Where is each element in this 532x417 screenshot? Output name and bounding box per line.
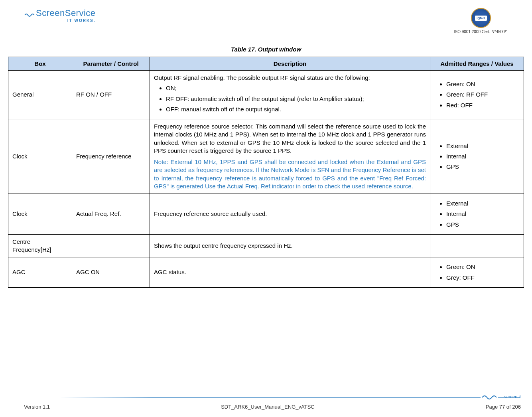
table-row: General RF ON / OFF Output RF signal ena… — [8, 71, 524, 119]
table-row: Clock Actual Freq. Ref. Frequency refere… — [8, 194, 524, 235]
footer-wave-icon — [481, 393, 498, 403]
list-item: GPS — [446, 221, 520, 229]
desc-note: Note: External 10 MHz, 1PPS and GPS shal… — [154, 158, 426, 190]
range-list: Green: ON Green: RF OFF Red: OFF — [434, 80, 520, 109]
desc-intro: Output RF signal enabling. The possible … — [154, 74, 426, 82]
cell-box: Clock — [8, 194, 72, 235]
list-item: Green: ON — [446, 263, 520, 271]
list-item: Red: OFF — [446, 101, 520, 109]
table-row: Clock Frequency reference Frequency refe… — [8, 119, 524, 194]
desc-para: Frequency reference source selector. Thi… — [154, 123, 426, 155]
cell-range: External Internal GPS — [430, 119, 524, 194]
range-list: Green: ON Grey: OFF — [434, 263, 520, 282]
iqnet-badge-icon: IQNet — [471, 8, 491, 28]
list-item: ON; — [166, 84, 426, 92]
cell-param: RF ON / OFF — [72, 71, 150, 119]
logo-text-block: ScreenService IT WORKS. — [36, 8, 96, 23]
list-item: Green: ON — [446, 80, 520, 88]
col-header-range: Admitted Ranges / Values — [430, 57, 524, 71]
footer-page: Page 77 of 206 — [486, 404, 521, 410]
page-footer: screen.it Version 1.1 SDT_ARK6_User_Manu… — [8, 393, 524, 410]
list-item: Green: RF OFF — [446, 91, 520, 99]
cell-param: Frequency reference — [72, 119, 150, 194]
iso-cert-text: ISO 9001:2000 Cert. N°4500/1 — [454, 30, 508, 34]
cell-desc: Frequency reference source actually used… — [150, 194, 430, 235]
cell-desc: Output RF signal enabling. The possible … — [150, 71, 430, 119]
cell-range: Green: ON Green: RF OFF Red: OFF — [430, 71, 524, 119]
list-item: Internal — [446, 210, 520, 218]
cell-desc: Frequency reference source selector. Thi… — [150, 119, 430, 194]
cell-param — [72, 234, 150, 257]
footer-version: Version 1.1 — [24, 404, 50, 410]
footer-row: Version 1.1 SDT_ARK6_User_Manual_ENG_vAT… — [8, 404, 524, 410]
cell-desc: AGC status. — [150, 257, 430, 288]
iqnet-label: IQNet — [475, 16, 487, 21]
list-item: Internal — [446, 152, 520, 160]
footer-divider: screen.it — [8, 393, 524, 401]
list-item: External — [446, 200, 520, 208]
cell-box: AGC — [8, 257, 72, 288]
table-row: AGC AGC ON AGC status. Green: ON Grey: O… — [8, 257, 524, 288]
col-header-param: Parameter / Control — [72, 57, 150, 71]
logo-sub-text: IT WORKS. — [36, 18, 96, 23]
cell-desc: Shows the output centre frequency expres… — [150, 234, 430, 257]
list-item: Grey: OFF — [446, 274, 520, 282]
cell-range: External Internal GPS — [430, 194, 524, 235]
footer-line-icon — [60, 397, 520, 398]
page-header: ScreenService IT WORKS. IQNet ISO 9001:2… — [8, 8, 524, 38]
cell-range: Green: ON Grey: OFF — [430, 257, 524, 288]
list-item: GPS — [446, 163, 520, 171]
desc-list: ON; RF OFF: automatic switch off of the … — [154, 84, 426, 113]
cell-range — [430, 234, 524, 257]
col-header-box: Box — [8, 57, 72, 71]
footer-screenit: screen.it — [504, 394, 521, 399]
cell-box: General — [8, 71, 72, 119]
logo-wave-icon — [24, 9, 35, 22]
list-item: OFF: manual switch off of the output sig… — [166, 105, 426, 113]
cell-param: AGC ON — [72, 257, 150, 288]
logo-left: ScreenService IT WORKS. — [24, 8, 96, 23]
cell-param: Actual Freq. Ref. — [72, 194, 150, 235]
col-header-desc: Description — [150, 57, 430, 71]
list-item: External — [446, 142, 520, 150]
table-row: Centre Frequency[Hz] Shows the output ce… — [8, 234, 524, 257]
output-window-table: Box Parameter / Control Description Admi… — [8, 57, 524, 288]
cell-box: Centre Frequency[Hz] — [8, 234, 72, 257]
logo-main-text: ScreenService — [36, 8, 96, 18]
list-item: RF OFF: automatic switch off of the outp… — [166, 95, 426, 103]
range-list: External Internal GPS — [434, 142, 520, 171]
table-header-row: Box Parameter / Control Description Admi… — [8, 57, 524, 71]
cell-box: Clock — [8, 119, 72, 194]
footer-doc: SDT_ARK6_User_Manual_ENG_vATSC — [221, 404, 315, 410]
table-title: Table 17. Output window — [8, 46, 524, 53]
range-list: External Internal GPS — [434, 200, 520, 229]
logo-right: IQNet ISO 9001:2000 Cert. N°4500/1 — [454, 8, 508, 34]
